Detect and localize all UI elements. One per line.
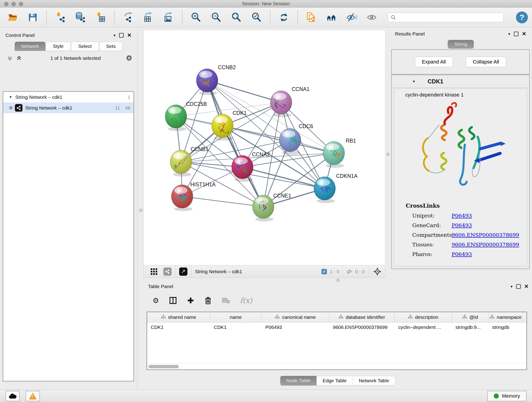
expand-all-icon[interactable]: [16, 55, 22, 61]
table-cell[interactable]: CDK1: [210, 325, 262, 330]
panel-collapse-icon[interactable]: ▾: [114, 33, 116, 37]
panel-float-icon[interactable]: [119, 33, 124, 38]
zoom-out-icon[interactable]: [209, 11, 223, 24]
zoom-selected-icon[interactable]: [250, 11, 263, 24]
table-cell[interactable]: CDK1: [147, 325, 210, 330]
birds-eye-grid-icon[interactable]: [150, 268, 158, 275]
network-edge-CCNB2-CCNE1[interactable]: [207, 80, 263, 207]
zoom-in-icon[interactable]: [189, 11, 203, 24]
warnings-button[interactable]: [26, 391, 40, 401]
show-selection-eye-icon[interactable]: [365, 11, 379, 24]
create-column-plus-icon[interactable]: [187, 297, 194, 304]
import-network-icon[interactable]: [54, 11, 67, 24]
refresh-icon[interactable]: [277, 11, 291, 24]
network-node-HIST1H1A[interactable]: HIST1H1A: [171, 182, 216, 211]
gene-expander-icon[interactable]: ▾: [413, 80, 415, 83]
expand-all-button[interactable]: Expand All: [415, 57, 453, 67]
table-cell[interactable]: stringdb:9...: [452, 325, 488, 330]
network-node-RB1[interactable]: RB1: [323, 138, 356, 168]
tab-edge-table[interactable]: Edge Table: [317, 376, 353, 385]
tab-network[interactable]: Network: [15, 42, 45, 51]
panel-collapse-icon[interactable]: ▾: [508, 32, 510, 36]
tab-node-table[interactable]: Node Table: [280, 376, 317, 385]
panel-float-icon[interactable]: [514, 32, 519, 36]
save-session-icon[interactable]: [26, 11, 39, 24]
tab-sets[interactable]: Sets: [99, 42, 122, 51]
tab-select[interactable]: Select: [71, 42, 99, 51]
fit-content-crosshair-icon[interactable]: [373, 268, 381, 276]
table-row[interactable]: CDK1CDK1P064939606.ENSP00000378699cyclin…: [147, 322, 526, 332]
network-collection-row[interactable]: ▾ String Network – cdk1 1: [3, 92, 133, 102]
collapse-all-button[interactable]: Collapse All: [466, 57, 506, 67]
panel-collapse-icon[interactable]: ▾: [511, 285, 513, 288]
column-header-name[interactable]: name: [210, 312, 262, 322]
tab-style[interactable]: Style: [46, 42, 70, 51]
panel-close-icon[interactable]: ×: [522, 31, 526, 36]
network-node-CCNB1[interactable]: CCNB1: [170, 146, 209, 177]
panel-close-icon[interactable]: ×: [127, 32, 131, 38]
table-cell[interactable]: P06493: [262, 325, 329, 330]
export-image-icon[interactable]: [162, 11, 175, 24]
tab-network-table[interactable]: Network Table: [353, 376, 395, 385]
column-header-canonical-name[interactable]: canonical name: [262, 312, 329, 322]
gene-entry-header[interactable]: ▾ CDK1: [392, 75, 529, 88]
column-header-database-identifier[interactable]: database identifier: [329, 312, 394, 322]
network-node-CDC6[interactable]: CDC6: [279, 123, 313, 155]
network-node-CCNA1[interactable]: CCNA1: [270, 86, 310, 117]
crosslink-link[interactable]: P06493: [452, 251, 472, 257]
network-node-CDKN1A[interactable]: CDKN1A: [314, 173, 358, 203]
show-columns-icon[interactable]: [169, 297, 177, 304]
column-header-description[interactable]: description: [394, 312, 452, 322]
collapse-all-icon[interactable]: [7, 55, 13, 61]
selected-nodes-checkbox-icon[interactable]: ✓: [322, 269, 327, 274]
panel-float-icon[interactable]: [516, 284, 521, 289]
import-network-from-database-icon[interactable]: [74, 11, 87, 24]
tab-string[interactable]: String: [448, 40, 474, 49]
network-options-gear-icon[interactable]: ⚙: [126, 55, 132, 62]
crosslink-link[interactable]: P06493: [452, 213, 472, 219]
panel-close-icon[interactable]: ×: [525, 284, 528, 289]
node-label-CCNB1: CCNB1: [191, 146, 209, 152]
search-input[interactable]: [398, 14, 500, 20]
memory-button[interactable]: Memory: [487, 391, 526, 401]
cloud-status-button[interactable]: [6, 391, 20, 401]
column-header-namespace[interactable]: namespace: [488, 312, 523, 322]
open-in-new-view-icon[interactable]: ↗: [179, 268, 187, 276]
crosslink-link[interactable]: P06493: [452, 222, 472, 228]
vertical-splitter-grip[interactable]: [139, 209, 143, 212]
table-options-gear-icon[interactable]: ⚙: [152, 297, 159, 304]
export-table-icon[interactable]: [142, 11, 155, 24]
crosslink-link[interactable]: 9606.ENSP00000378699: [452, 242, 519, 248]
column-header-shared-name[interactable]: shared name: [147, 312, 210, 322]
hidden-elements-eye-icon[interactable]: [346, 268, 353, 275]
network-edge-CDK1-RB1[interactable]: [222, 126, 334, 153]
network-row[interactable]: String Network – cdk1 11 48: [3, 102, 133, 113]
vertical-splitter-grip[interactable]: [386, 153, 390, 156]
home-networks-icon[interactable]: [325, 11, 338, 24]
network-edge-CCNA2-CDKN1A[interactable]: [242, 167, 325, 188]
column-header--id[interactable]: @id: [452, 312, 488, 322]
zoom-fit-icon[interactable]: [230, 11, 243, 24]
network-node-CCNE1[interactable]: CCNE1: [253, 193, 291, 221]
horizontal-splitter-grip[interactable]: [336, 279, 340, 282]
network-edge-CCNB2-CCNA1[interactable]: [207, 80, 281, 102]
help-button[interactable]: ?: [516, 12, 528, 23]
hide-selection-eye-slash-icon[interactable]: [345, 11, 358, 24]
network-node-CDK1[interactable]: CDK1: [212, 110, 247, 140]
crosslink-link[interactable]: 9606.ENSP00000378699: [452, 232, 519, 238]
network-edge-HIST1H1A-CCNE1[interactable]: [182, 196, 263, 207]
table-cell[interactable]: stringdb: [488, 325, 523, 330]
import-table-icon[interactable]: [94, 11, 107, 24]
network-canvas[interactable]: CCNB2CCNA1CDC25BCDK1CDC6RB1CCNB1CCNA2CDK…: [144, 30, 385, 265]
open-session-icon[interactable]: [6, 11, 19, 24]
network-view[interactable]: CCNB2CCNA1CDC25BCDK1CDC6RB1CCNB1CCNA2CDK…: [143, 30, 385, 278]
copy-share-document-icon[interactable]: [305, 11, 318, 24]
network-node-CCNB2[interactable]: CCNB2: [196, 64, 236, 95]
table-cell[interactable]: 9606.ENSP00000378699: [329, 325, 394, 330]
network-share-view-icon[interactable]: [163, 268, 172, 276]
collection-expander-icon[interactable]: ▾: [10, 95, 12, 99]
export-network-icon[interactable]: [121, 11, 135, 24]
delete-column-trash-icon[interactable]: [204, 297, 212, 304]
table-cell[interactable]: cyclin–dependent ...: [394, 325, 452, 330]
horizontal-scrollbar-thumb[interactable]: [148, 365, 179, 368]
